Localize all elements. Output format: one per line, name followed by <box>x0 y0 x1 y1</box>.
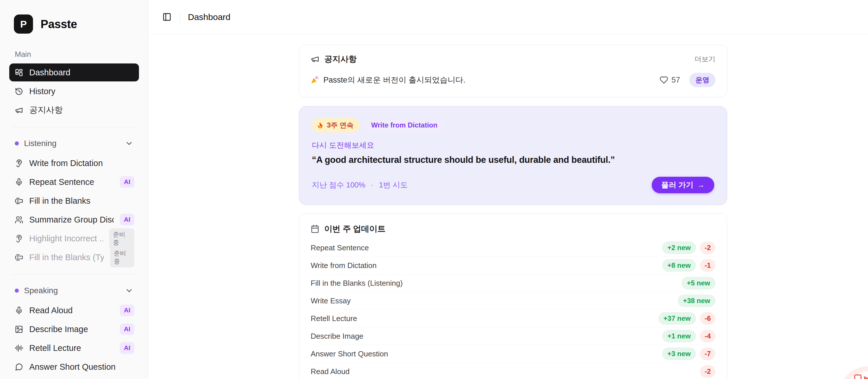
removed-badge: -6 <box>700 312 715 325</box>
weekly-row-fill-in-the-blanks-listening[interactable]: Fill in the Blanks (Listening)+5 new <box>310 274 717 292</box>
weekly-rows: Repeat Sentence+2 new-2Write from Dictat… <box>310 239 717 379</box>
attempts: 1번 시도 <box>379 180 408 190</box>
added-badge: +2 new <box>662 241 696 254</box>
ear-icon <box>15 234 23 243</box>
weekly-update-card: 이번 주 업데이트 Repeat Sentence+2 new-2Write f… <box>299 213 727 379</box>
sidebar-item-write-from-dictation[interactable]: Write from Dictation <box>9 154 139 172</box>
notice-body-row: Passte의 새로운 버전이 출시되었습니다. 57 운영 <box>311 73 715 87</box>
weekly-row-badges: +2 new-2 <box>662 241 715 254</box>
section-dot-icon <box>15 141 19 145</box>
solve-button[interactable]: 풀러 가기 → <box>652 177 714 193</box>
sidebar-item-dashboard[interactable]: Dashboard <box>9 63 139 81</box>
message-bubble-icon <box>15 363 23 371</box>
megaphone-icon <box>15 106 23 114</box>
weekly-row-badges: +1 new-4 <box>662 330 715 343</box>
flame-icon <box>316 121 324 129</box>
sidebar-item-fill-in-the-blanks[interactable]: Fill in the Blanks <box>9 192 139 210</box>
removed-badge: -2 <box>700 241 715 254</box>
sidebar-item-answer-short-question[interactable]: Answer Short Question <box>9 358 139 376</box>
weekly-row-describe-image[interactable]: Describe Image+1 new-4 <box>310 327 717 345</box>
weekly-title: 이번 주 업데이트 <box>324 224 386 234</box>
item-badge: AI <box>120 323 134 335</box>
party-popper-icon <box>311 76 319 84</box>
solve-button-label: 풀러 가기 <box>661 180 693 190</box>
sidebar-item-label: Repeat Sentence <box>29 177 94 187</box>
likes-count: 57 <box>672 76 680 85</box>
sidebar-item-item[interactable]: 공지사항 <box>9 101 139 119</box>
sidebar-item-label: History <box>29 87 55 96</box>
item-badge: 준비중 <box>109 228 134 249</box>
sidebar-item-label: Describe Image <box>29 324 88 334</box>
sidebar-item-read-aloud[interactable]: Read AloudAI <box>9 301 139 319</box>
item-badge: AI <box>120 214 134 226</box>
added-badge: +3 new <box>662 347 696 360</box>
megaphone-icon <box>311 55 319 63</box>
challenge-card: 3주 연속 Write from Dictation 다시 도전해보세요 “A … <box>299 106 727 205</box>
streak-label: 3주 연속 <box>327 120 353 130</box>
mic-icon <box>15 178 23 186</box>
streak-badge: 3주 연속 <box>312 118 360 133</box>
weekly-row-retell-lecture[interactable]: Retell Lecture+37 new-6 <box>310 310 717 327</box>
chevron-down-icon <box>125 286 133 295</box>
removed-badge: -1 <box>700 259 715 272</box>
sidebar-item-history[interactable]: History <box>9 82 139 100</box>
added-badge: +5 new <box>682 277 715 289</box>
weekly-row-name: Answer Short Question <box>311 349 388 358</box>
sidebar-item-fill-in-the-blanks-ty[interactable]: Fill in the Blanks (Ty...준비중 <box>9 248 139 266</box>
notice-meta: 57 운영 <box>659 73 715 87</box>
sidebar-group-label: Main <box>9 50 139 59</box>
weekly-row-name: Retell Lecture <box>311 314 357 323</box>
notice-title-wrap: 공지사항 <box>311 54 357 65</box>
notice-title: 공지사항 <box>324 54 357 65</box>
brand[interactable]: P Passte <box>14 14 148 34</box>
sidebar-item-label: Dashboard <box>29 68 70 77</box>
weekly-row-repeat-sentence[interactable]: Repeat Sentence+2 new-2 <box>310 239 717 257</box>
likes-counter[interactable]: 57 <box>659 76 680 85</box>
sidebar: P Passte MainDashboardHistory공지사항Listeni… <box>0 0 148 379</box>
sidebar-item-summarize-group-disc[interactable]: Summarize Group Disc...AI <box>9 211 139 229</box>
weekly-row-name: Describe Image <box>311 332 363 341</box>
brand-logo: P <box>14 14 33 34</box>
added-badge: +1 new <box>662 330 696 343</box>
notice-more-button[interactable]: 더보기 <box>694 55 715 64</box>
weekly-row-badges: +38 new <box>678 294 715 307</box>
weekly-row-write-from-dictation[interactable]: Write from Dictation+8 new-1 <box>310 257 717 274</box>
sidebar-toggle-button[interactable] <box>162 12 172 22</box>
section-label: Speaking <box>24 286 58 295</box>
heart-icon <box>659 76 668 84</box>
challenge-quote: “A good architectural structure should b… <box>312 155 714 165</box>
image-icon <box>15 325 23 333</box>
sidebar-item-label: Fill in the Blanks (Ty... <box>29 253 104 262</box>
added-badge: +37 new <box>658 312 696 325</box>
item-badge: AI <box>120 342 134 354</box>
sidebar-item-label: Summarize Group Disc... <box>29 215 114 225</box>
sidebar-nav: MainDashboardHistory공지사항ListeningWrite f… <box>0 50 148 379</box>
sidebar-item-label: Retell Lecture <box>29 343 81 353</box>
sidebar-item-label: Highlight Incorrect ... <box>29 234 103 243</box>
weekly-row-badges: +5 new <box>682 277 715 289</box>
ear-icon <box>15 159 23 168</box>
added-badge: +38 new <box>678 294 715 307</box>
sidebar-section-speaking[interactable]: Speaking <box>9 282 139 299</box>
sidebar-item-respond-to-a-situation[interactable]: Respond to a SituationAI <box>9 377 139 379</box>
item-badge: 준비중 <box>110 247 134 267</box>
sidebar-item-highlight-incorrect[interactable]: Highlight Incorrect ...준비중 <box>9 230 139 247</box>
weekly-row-answer-short-question[interactable]: Answer Short Question+3 new-7 <box>310 345 717 362</box>
removed-badge: -4 <box>700 330 715 343</box>
challenge-footer: 지난 점수 100% · 1번 시도 풀러 가기 → <box>312 177 714 193</box>
fab-gift-icon <box>854 372 868 379</box>
weekly-header: 이번 주 업데이트 <box>310 222 717 239</box>
arrow-right-icon: → <box>697 180 705 190</box>
added-badge: +8 new <box>662 259 696 272</box>
weekly-row-read-aloud[interactable]: Read Aloud-2 <box>310 362 717 379</box>
topbar: Dashboard <box>148 0 868 34</box>
weekly-row-write-essay[interactable]: Write Essay+38 new <box>310 292 717 310</box>
sidebar-section-listening[interactable]: Listening <box>9 135 139 152</box>
sidebar-item-retell-lecture[interactable]: Retell LectureAI <box>9 339 139 357</box>
sidebar-item-describe-image[interactable]: Describe ImageAI <box>9 320 139 338</box>
sidebar-item-repeat-sentence[interactable]: Repeat SentenceAI <box>9 173 139 191</box>
notice-message[interactable]: Passte의 새로운 버전이 출시되었습니다. <box>311 75 466 85</box>
weekly-row-badges: +8 new-1 <box>662 259 715 272</box>
text-cursor-input-icon <box>15 253 23 262</box>
notice-message-text: Passte의 새로운 버전이 출시되었습니다. <box>323 75 466 85</box>
